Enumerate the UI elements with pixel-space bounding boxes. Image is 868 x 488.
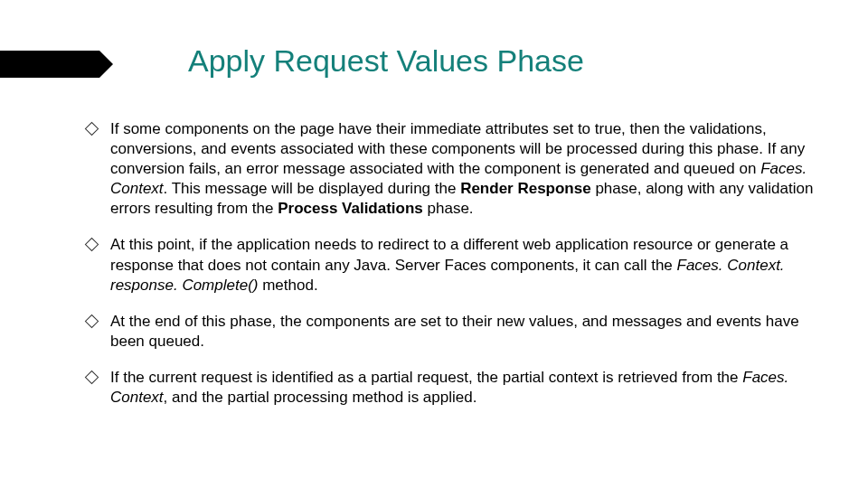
title-ribbon — [0, 51, 99, 78]
text-run: phase. — [423, 200, 474, 217]
bullet-item: At the end of this phase, the components… — [87, 312, 814, 352]
bullet-item: If some components on the page have thei… — [87, 119, 814, 219]
bullet-list: If some components on the page have thei… — [87, 119, 814, 408]
text-run: . This message will be displayed during … — [164, 180, 461, 197]
slide-body: If some components on the page have thei… — [87, 119, 814, 424]
text-run: , and the partial processing method is a… — [164, 389, 477, 406]
text-run: At the end of this phase, the components… — [110, 313, 799, 350]
text-run: Process Validations — [278, 200, 423, 217]
text-run: If some components on the page have thei… — [110, 120, 805, 177]
slide-title: Apply Request Values Phase — [188, 43, 584, 79]
text-run: method. — [258, 277, 317, 294]
text-run: Render Response — [460, 180, 591, 197]
bullet-item: At this point, if the application needs … — [87, 235, 814, 295]
bullet-item: If the current request is identified as … — [87, 368, 814, 408]
text-run: If the current request is identified as … — [110, 369, 742, 386]
